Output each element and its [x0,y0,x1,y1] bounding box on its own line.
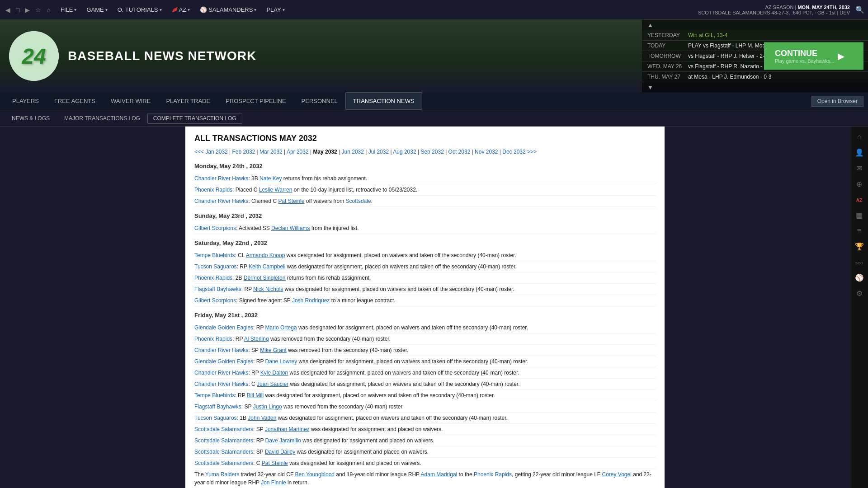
phoenix-rapids-link-2[interactable]: Phoenix Rapids [194,275,232,281]
news-logs-tab[interactable]: NEWS & LOGS [5,110,57,126]
josh-rodriquez-link[interactable]: Josh Rodriquez [292,297,330,304]
player-trade-tab[interactable]: PLAYER TRADE [158,92,218,110]
sep-link[interactable]: Sep 2032 [420,149,443,155]
salamanders-menu[interactable]: ⚾ SALAMANDERS ▾ [195,5,261,15]
ben-youngblood-link[interactable]: Ben Youngblood [295,471,335,478]
phoenix-rapids-link-1[interactable]: Phoenix Rapids [194,187,232,193]
justin-lingo-link[interactable]: Justin Lingo [253,404,282,410]
chandler-link-1[interactable]: Chandler River Hawks [194,175,248,182]
forward-arrow[interactable]: ▶ [23,5,32,14]
oct-link[interactable]: Oct 2032 [448,149,471,155]
jon-finnie-link[interactable]: Jon Finnie [261,479,286,486]
jonathan-martinez-link[interactable]: Jonathan Martinez [265,426,310,432]
corey-vogel-link[interactable]: Corey Vogel [602,471,632,478]
personnel-tab[interactable]: PERSONNEL [294,92,345,110]
jan-link[interactable]: <<< Jan 2032 [194,149,228,155]
scottsdale-link-1[interactable]: Scottsdale [346,198,371,204]
next-link[interactable]: >>> [527,149,537,155]
pat-steinle-link-1[interactable]: Pat Steinle [278,198,304,204]
chart-sidebar-icon[interactable]: ▦ [851,208,868,222]
mar-link[interactable]: Mar 2032 [259,149,283,155]
gilbert-link-2[interactable]: Gilbert Scorpions [194,297,236,304]
mail-sidebar-icon[interactable]: ✉ [851,161,868,175]
glendale-link-2[interactable]: Glendale Golden Eagles [194,358,253,365]
keith-campbell-link[interactable]: Keith Campbell [249,263,285,270]
dave-jaramillo-link[interactable]: Dave Jaramillo [265,437,301,444]
dermot-singleton-link[interactable]: Dermot Singleton [244,275,286,281]
chandler-link-5[interactable]: Chandler River Hawks [194,381,248,387]
declan-williams-link[interactable]: Declan Williams [271,225,310,231]
prospect-pipeline-tab[interactable]: PROSPECT PIPELINE [218,92,293,110]
home-nav-icon[interactable]: ⌂ [45,5,52,14]
nate-key-link[interactable]: Nate Key [259,175,282,182]
jul-link[interactable]: Jul 2032 [368,149,389,155]
gilbert-link-1[interactable]: Gilbert Scorpions [194,225,236,231]
aug-link[interactable]: Aug 2032 [393,149,416,155]
glendale-link-1[interactable]: Glendale Golden Eagles [194,324,253,331]
juan-saucier-link[interactable]: Juan Saucier [257,381,288,387]
phoenix-rapids-link-3[interactable]: Phoenix Rapids [194,336,232,342]
chandler-link-4[interactable]: Chandler River Hawks [194,370,248,376]
baseball-sidebar-icon[interactable]: ⚾ [851,271,868,285]
trophy-sidebar-icon[interactable]: 🏆 [851,239,868,253]
apr-link[interactable]: Apr 2032 [287,149,309,155]
home-sidebar-icon[interactable]: ⌂ [851,130,868,144]
pat-steinle-link-2[interactable]: Pat Steinle [262,460,288,466]
az-sidebar-icon[interactable]: AZ [851,193,868,206]
leslie-warren-link[interactable]: Leslie Warren [259,187,292,193]
settings-sidebar-icon[interactable]: ⚙ [851,286,868,300]
collapse-icon[interactable]: ▲ [645,21,656,29]
chandler-link-2[interactable]: Chandler River Hawks [194,198,248,204]
dec-link[interactable]: Dec 2032 [502,149,525,155]
star-icon[interactable]: ☆ [33,5,43,14]
scottsdale-link-3[interactable]: Scottsdale Salamanders [194,437,253,444]
chandler-link-3[interactable]: Chandler River Hawks [194,347,248,353]
jun-link[interactable]: Jun 2032 [342,149,364,155]
phoenix-rapids-link-4[interactable]: Phoenix Rapids [474,471,512,478]
kyle-dalton-link[interactable]: Kyle Dalton [260,370,288,376]
feb-link[interactable]: Feb 2032 [232,149,255,155]
nov-link[interactable]: Nov 2032 [475,149,498,155]
sco-sidebar-icon[interactable]: SCO [851,255,868,269]
major-transactions-tab[interactable]: MAJOR TRANSACTIONS LOG [57,110,147,126]
continue-button[interactable]: CONTINUE Play game vs. Bayhawks... ▶ [764,42,863,70]
flagstaff-link-2[interactable]: Flagstaff Bayhawks [194,404,241,410]
armando-knoop-link[interactable]: Armando Knoop [246,252,285,258]
open-browser-button[interactable]: Open in Browser [811,96,863,107]
back-arrow[interactable]: ◀ [4,5,12,14]
al-sterling-link[interactable]: Al Sterling [244,336,269,342]
transaction-area[interactable]: ALL TRANSACTIONS MAY 2032 <<< Jan 2032 |… [0,127,850,488]
search-button[interactable]: 🔍 [855,5,864,14]
mario-ortega-link[interactable]: Mario Ortega [265,324,297,331]
bill-mill-link[interactable]: Bill Mill [247,392,264,399]
list-sidebar-icon[interactable]: ≡ [851,224,868,238]
magnify-sidebar-icon[interactable]: ⊕ [851,177,868,191]
az-menu[interactable]: 🌶 AZ ▾ [167,5,195,15]
free-agents-tab[interactable]: FREE AGENTS [47,92,103,110]
players-tab[interactable]: PLAYERS [5,92,47,110]
tempe-link-2[interactable]: Tempe Bluebirds [194,392,235,399]
expand-icon[interactable]: ▼ [645,83,656,92]
scottsdale-link-5[interactable]: Scottsdale Salamanders [194,460,253,466]
john-vaden-link[interactable]: John Vaden [248,415,276,421]
flagstaff-link-1[interactable]: Flagstaff Bayhawks [194,286,241,292]
file-menu[interactable]: FILE ▾ [56,5,81,15]
play-menu[interactable]: PLAY ▾ [262,5,289,15]
transaction-news-tab[interactable]: TRANSACTION NEWS [345,92,422,110]
tucson-link-1[interactable]: Tucson Saguaros [194,263,237,270]
tutorials-menu[interactable]: O. TUTORIALS ▾ [113,5,166,15]
david-dailey-link[interactable]: David Dailey [265,449,295,455]
mike-grant-link[interactable]: Mike Grant [260,347,287,353]
adam-madrigal-link[interactable]: Adam Madrigal [421,471,458,478]
scottsdale-link-2[interactable]: Scottsdale Salamanders [194,426,253,432]
tempe-link-1[interactable]: Tempe Bluebirds [194,252,235,258]
person-sidebar-icon[interactable]: 👤 [851,145,868,160]
scottsdale-link-4[interactable]: Scottsdale Salamanders [194,449,253,455]
tucson-link-2[interactable]: Tucson Saguaros [194,415,237,421]
waiver-wire-tab[interactable]: WAIVER WIRE [103,92,158,110]
window-icon[interactable]: □ [14,5,21,14]
complete-log-button[interactable]: COMPLETE TRANSACTION LOG [147,113,242,124]
dane-lowrey-link[interactable]: Dane Lowrey [265,358,297,365]
yuma-link[interactable]: Yuma Raiders [205,471,239,478]
game-menu[interactable]: GAME ▾ [82,5,112,15]
